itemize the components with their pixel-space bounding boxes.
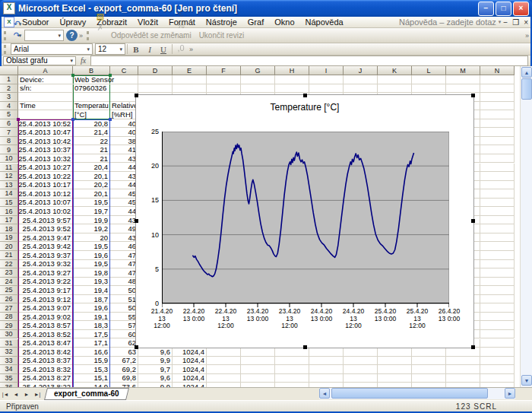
- cell[interactable]: [480, 154, 515, 164]
- vertical-scrollbar[interactable]: ▲ ▼: [520, 66, 532, 387]
- cell[interactable]: [480, 145, 515, 154]
- cell[interactable]: 19,9: [73, 216, 110, 225]
- cell[interactable]: [446, 84, 480, 94]
- cell[interactable]: [378, 348, 412, 357]
- cell[interactable]: [480, 268, 515, 278]
- cell[interactable]: 67,2: [110, 357, 138, 366]
- cell[interactable]: [446, 374, 480, 383]
- cell[interactable]: [480, 234, 515, 243]
- toolbar-options-chevron[interactable]: »: [525, 32, 529, 40]
- scroll-down-icon[interactable]: ▼: [521, 375, 532, 386]
- end-review-button[interactable]: Ukončit revizi: [195, 31, 248, 40]
- cell[interactable]: [480, 93, 515, 102]
- cell[interactable]: 25.4.2013 8:42: [18, 348, 73, 357]
- row-header[interactable]: 18: [0, 224, 18, 234]
- cell[interactable]: [480, 348, 515, 357]
- row-header[interactable]: 21: [0, 251, 18, 260]
- cell[interactable]: [344, 84, 378, 94]
- maximize-button[interactable]: □: [496, 2, 511, 16]
- cell[interactable]: 41: [110, 145, 138, 154]
- row-header[interactable]: 1: [0, 75, 18, 84]
- cell[interactable]: 21,4: [73, 128, 110, 137]
- cell[interactable]: 25.4.2013 9:07: [18, 303, 73, 313]
- row-header[interactable]: 8: [0, 137, 18, 146]
- cell[interactable]: [309, 374, 344, 383]
- cell[interactable]: [207, 357, 241, 366]
- column-header[interactable]: L: [412, 66, 446, 75]
- cell[interactable]: 19,7: [73, 207, 110, 216]
- cell[interactable]: 45: [110, 189, 138, 199]
- cell[interactable]: 25.4.2013 10:12: [18, 189, 73, 199]
- cell[interactable]: 49: [110, 224, 138, 234]
- formula-input[interactable]: [90, 56, 528, 66]
- column-header[interactable]: D: [138, 66, 173, 75]
- cell[interactable]: [207, 365, 241, 374]
- cell[interactable]: 25.4.2013 10:37: [18, 145, 73, 154]
- cell[interactable]: [412, 84, 446, 94]
- chart-resize-handle[interactable]: [135, 219, 138, 223]
- row-header[interactable]: 3: [0, 93, 18, 102]
- cell[interactable]: 20: [73, 234, 110, 243]
- cell[interactable]: 43: [110, 154, 138, 164]
- cell[interactable]: 9,6: [138, 374, 173, 383]
- column-header[interactable]: H: [275, 66, 309, 75]
- cell[interactable]: [18, 110, 73, 119]
- values-range-handle[interactable]: [71, 118, 74, 121]
- row-header[interactable]: 20: [0, 242, 18, 251]
- cell[interactable]: [275, 84, 309, 94]
- zoom-combo[interactable]: ▾: [24, 30, 64, 41]
- cell[interactable]: 25.4.2013 9:27: [18, 268, 73, 278]
- cell[interactable]: 19,2: [73, 224, 110, 234]
- cell[interactable]: [480, 260, 515, 269]
- cell[interactable]: [480, 181, 515, 190]
- cell[interactable]: 51: [110, 295, 138, 304]
- cell[interactable]: 19,4: [73, 286, 110, 295]
- toolbar-options-chevron[interactable]: »: [79, 32, 83, 40]
- cell[interactable]: [480, 128, 515, 137]
- row-header[interactable]: 23: [0, 268, 18, 278]
- cell[interactable]: [378, 75, 412, 84]
- cell[interactable]: [412, 357, 446, 366]
- row-header[interactable]: 27: [0, 303, 18, 313]
- cell[interactable]: [412, 348, 446, 357]
- cell[interactable]: 47: [110, 260, 138, 269]
- cell[interactable]: [412, 365, 446, 374]
- menu-item[interactable]: Nástroje: [201, 17, 242, 27]
- cell[interactable]: 25.4.2013 9:22: [18, 278, 73, 287]
- cell[interactable]: [480, 242, 515, 251]
- column-header[interactable]: E: [173, 66, 207, 75]
- cell[interactable]: Web Sensor: [73, 75, 110, 84]
- cell[interactable]: [480, 189, 515, 199]
- cell[interactable]: [480, 164, 515, 173]
- cell[interactable]: 19,6: [73, 251, 110, 260]
- cell[interactable]: [344, 348, 378, 357]
- cell[interactable]: 44: [110, 207, 138, 216]
- cell[interactable]: [480, 303, 515, 313]
- cell[interactable]: [344, 374, 378, 383]
- cell[interactable]: s/n:: [18, 84, 73, 94]
- cell[interactable]: 25.4.2013 10:02: [18, 207, 73, 216]
- redo-icon[interactable]: ↷▾: [11, 30, 24, 41]
- cell[interactable]: 1024,4: [173, 365, 207, 374]
- cell[interactable]: [480, 339, 515, 348]
- chart-resize-handle[interactable]: [303, 345, 307, 349]
- cell[interactable]: 17,5: [73, 330, 110, 339]
- column-header[interactable]: N: [480, 66, 515, 75]
- column-header[interactable]: I: [309, 66, 344, 75]
- cell[interactable]: 25.4.2013 9:17: [18, 286, 73, 295]
- cell[interactable]: [241, 75, 275, 84]
- cell[interactable]: [378, 84, 412, 94]
- cell[interactable]: [207, 84, 241, 94]
- scroll-left-icon[interactable]: ◄: [319, 388, 330, 399]
- horizontal-scrollbar[interactable]: ◄ ►: [319, 388, 515, 399]
- category-range-handle[interactable]: [17, 118, 20, 121]
- cell[interactable]: 25.4.2013 10:22: [18, 172, 73, 181]
- cell[interactable]: 25.4.2013 8:32: [18, 365, 73, 374]
- highlight-changes-icon[interactable]: ▨: [93, 11, 107, 22]
- cell[interactable]: 15,9: [73, 357, 110, 366]
- column-header[interactable]: B: [73, 66, 110, 75]
- cell[interactable]: [241, 374, 275, 383]
- row-header[interactable]: 28: [0, 313, 18, 322]
- cell[interactable]: 19,5: [73, 242, 110, 251]
- cell[interactable]: [241, 357, 275, 366]
